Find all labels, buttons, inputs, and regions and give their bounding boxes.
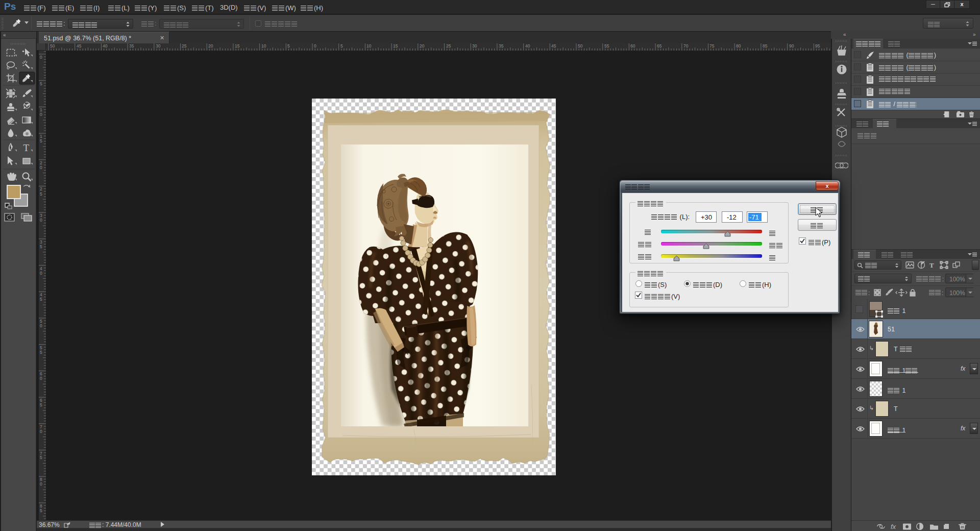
svg-text:0: 0 xyxy=(314,43,316,49)
svg-text:0: 0 xyxy=(40,429,42,434)
svg-text:90: 90 xyxy=(789,43,794,49)
svg-text:10: 10 xyxy=(366,43,372,49)
svg-text:0: 0 xyxy=(40,271,42,276)
svg-text:30: 30 xyxy=(472,43,477,49)
svg-text:30: 30 xyxy=(156,43,161,49)
svg-text:0: 0 xyxy=(40,323,42,328)
svg-text:15: 15 xyxy=(393,43,398,49)
svg-text:55: 55 xyxy=(604,43,609,49)
svg-text:50: 50 xyxy=(50,43,55,49)
svg-text:0: 0 xyxy=(40,376,42,381)
svg-text:fx: fx xyxy=(891,523,896,530)
svg-text:T: T xyxy=(929,261,934,269)
svg-text:0: 0 xyxy=(40,481,42,487)
svg-text:15: 15 xyxy=(235,43,240,49)
svg-text:2: 2 xyxy=(40,186,42,191)
svg-text:5: 5 xyxy=(40,81,42,86)
svg-text:45: 45 xyxy=(551,43,556,49)
svg-text:0: 0 xyxy=(40,218,42,223)
svg-text:0: 0 xyxy=(40,55,42,60)
svg-text:5: 5 xyxy=(40,455,42,460)
svg-text:25: 25 xyxy=(182,43,187,49)
svg-text:20: 20 xyxy=(420,43,425,49)
svg-text:5: 5 xyxy=(40,297,42,302)
svg-text:35: 35 xyxy=(499,43,504,49)
svg-text:0: 0 xyxy=(40,165,42,170)
svg-text:10: 10 xyxy=(261,43,266,49)
svg-text:95: 95 xyxy=(815,43,820,49)
svg-text:0: 0 xyxy=(40,112,42,117)
svg-text:5: 5 xyxy=(40,244,42,249)
svg-text:50: 50 xyxy=(578,43,583,49)
svg-text:35: 35 xyxy=(129,43,134,49)
svg-text:70: 70 xyxy=(683,43,689,49)
svg-text:85: 85 xyxy=(763,43,768,49)
svg-text:25: 25 xyxy=(446,43,451,49)
svg-text:60: 60 xyxy=(630,43,635,49)
svg-text:5: 5 xyxy=(40,508,42,513)
svg-text:5: 5 xyxy=(40,350,42,355)
svg-text:5: 5 xyxy=(40,191,42,197)
svg-text:T: T xyxy=(23,142,30,153)
svg-text:65: 65 xyxy=(657,43,662,49)
svg-text:75: 75 xyxy=(709,43,715,49)
svg-text:80: 80 xyxy=(736,43,741,49)
svg-text:45: 45 xyxy=(77,43,82,49)
svg-text:40: 40 xyxy=(525,43,530,49)
svg-text:40: 40 xyxy=(103,43,108,49)
svg-text:20: 20 xyxy=(208,43,213,49)
svg-text:5: 5 xyxy=(40,402,42,407)
svg-text:5: 5 xyxy=(40,138,42,143)
svg-text:5: 5 xyxy=(340,43,343,49)
svg-text:5: 5 xyxy=(287,43,290,49)
